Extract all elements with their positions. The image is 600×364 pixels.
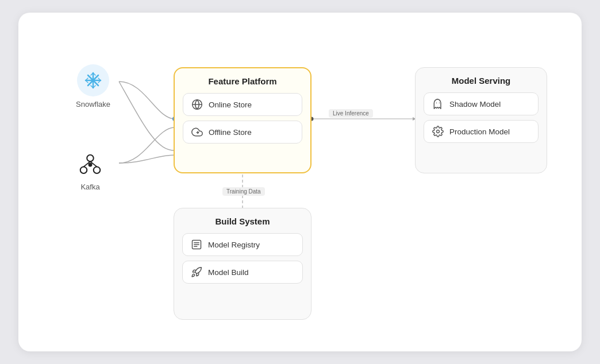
model-registry-label: Model Registry (208, 241, 260, 249)
svg-point-20 (94, 166, 101, 173)
build-system-title: Build System (182, 216, 303, 226)
shadow-model-label: Shadow Model (449, 100, 501, 109)
training-data-label: Training Data (222, 187, 265, 196)
online-store-label: Online Store (209, 100, 252, 109)
kafka-icon (76, 150, 105, 179)
build-system-box: Build System Model Registry (174, 208, 311, 320)
snowflake-group: Snowflake (76, 64, 110, 109)
kafka-label: Kafka (80, 183, 99, 191)
svg-point-23 (89, 163, 93, 167)
model-registry-item: Model Registry (182, 233, 303, 256)
production-model-item: Production Model (424, 120, 539, 143)
offline-store-item: Offline Store (183, 121, 302, 144)
kafka-group: Kafka (76, 150, 105, 191)
main-card: Snowflake Kafka Feature Platform (18, 13, 582, 351)
diagram-area: Snowflake Kafka Feature Platform (18, 13, 582, 351)
offline-store-label: Offline Store (209, 128, 252, 137)
model-build-item: Model Build (182, 261, 303, 284)
model-build-label: Model Build (208, 268, 249, 277)
svg-point-26 (437, 130, 440, 133)
production-model-label: Production Model (449, 127, 510, 136)
shadow-model-item: Shadow Model (424, 92, 539, 115)
live-inference-label: Live Inference (329, 109, 373, 118)
svg-point-19 (80, 166, 87, 173)
svg-point-18 (87, 155, 94, 162)
online-store-item: Online Store (183, 93, 302, 116)
snowflake-label: Snowflake (76, 100, 110, 109)
feature-platform-box: Feature Platform Online Store Offline St… (174, 67, 311, 173)
model-serving-title: Model Serving (424, 76, 539, 86)
feature-platform-title: Feature Platform (183, 76, 302, 86)
snowflake-icon (77, 64, 109, 96)
model-serving-box: Model Serving Shadow Model Production Mo… (415, 67, 547, 173)
